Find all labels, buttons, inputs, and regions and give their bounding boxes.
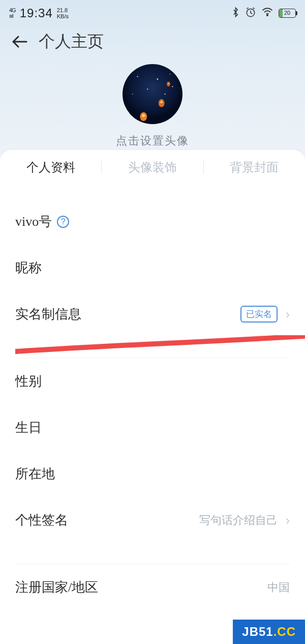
vivo-id-label: vivo号 [15, 213, 52, 230]
tabs: 个人资料 头像装饰 背景封面 [0, 150, 305, 183]
realname-label: 实名制信息 [15, 305, 81, 323]
chevron-right-icon: › [286, 307, 290, 321]
svg-point-7 [165, 94, 166, 95]
svg-point-5 [170, 74, 171, 75]
nickname-label: 昵称 [15, 259, 42, 277]
watermark: JB51.CC [233, 620, 305, 644]
tab-avatar-decor[interactable]: 头像装饰 [102, 150, 203, 183]
clock: 19:34 [20, 6, 53, 20]
signature-label: 个性签名 [15, 511, 68, 529]
status-bar: 4G ıııl 19:34 21.8 KB/s 20 [0, 0, 305, 23]
birthday-label: 生日 [15, 419, 42, 436]
field-vivo-id[interactable]: vivo号 ? [0, 198, 305, 245]
svg-point-1 [267, 14, 268, 15]
signature-placeholder: 写句话介绍自己 [199, 513, 278, 528]
gender-label: 性别 [15, 372, 42, 390]
verified-badge: 已实名 [240, 306, 278, 323]
field-signature[interactable]: 个性签名 写句话介绍自己 › [0, 497, 305, 543]
field-gender[interactable]: 性别 [0, 358, 305, 404]
back-button[interactable] [11, 35, 27, 49]
annotation-underline [15, 335, 305, 356]
location-label: 所在地 [15, 465, 55, 483]
page-title: 个人主页 [39, 31, 104, 53]
svg-point-11 [142, 114, 145, 117]
svg-rect-2 [123, 64, 182, 124]
svg-point-13 [160, 101, 163, 103]
data-speed: 21.8 KB/s [57, 7, 69, 19]
svg-point-3 [137, 76, 138, 77]
chevron-right-icon: › [286, 513, 290, 528]
help-icon[interactable]: ? [57, 216, 69, 228]
region-value: 中国 [267, 580, 290, 595]
network-indicator: 4G ıııl [9, 8, 16, 19]
region-label: 注册国家/地区 [15, 578, 98, 596]
svg-point-15 [168, 83, 169, 84]
wifi-icon [261, 7, 273, 20]
bluetooth-icon [231, 7, 240, 20]
svg-point-8 [132, 94, 133, 95]
field-region[interactable]: 注册国家/地区 中国 [0, 564, 305, 610]
svg-point-9 [172, 86, 173, 87]
tab-cover[interactable]: 背景封面 [204, 150, 305, 183]
avatar[interactable] [123, 64, 182, 124]
svg-point-6 [147, 89, 148, 90]
avatar-hint: 点击设置头像 [0, 133, 305, 149]
field-realname[interactable]: 实名制信息 已实名 › [0, 291, 305, 337]
svg-point-4 [157, 78, 158, 79]
tab-profile[interactable]: 个人资料 [0, 150, 101, 183]
field-location[interactable]: 所在地 [0, 451, 305, 497]
battery-indicator: 20 [279, 9, 296, 18]
field-birthday[interactable]: 生日 [0, 404, 305, 451]
alarm-icon [245, 7, 256, 20]
field-nickname[interactable]: 昵称 [0, 245, 305, 291]
